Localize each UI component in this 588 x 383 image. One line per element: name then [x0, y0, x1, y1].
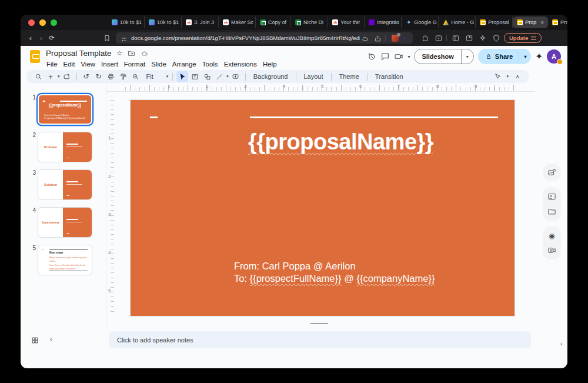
site-settings-icon[interactable] — [121, 35, 128, 42]
undo-button[interactable]: ↺ — [81, 71, 92, 82]
layout-button[interactable]: Layout — [300, 73, 328, 80]
camera-record-button[interactable] — [547, 246, 556, 255]
reload-button[interactable]: ⟳ — [46, 34, 57, 42]
ghost-extension-icon[interactable] — [421, 34, 429, 42]
browser-tab[interactable]: Integratio — [365, 16, 402, 28]
menu-insert[interactable]: Insert — [98, 59, 121, 69]
slideshow-dropdown[interactable]: ▾ — [462, 54, 473, 59]
menu-view[interactable]: View — [78, 59, 98, 69]
browser-tab[interactable]: ✦Google G — [402, 16, 439, 28]
panel-collapse-chevron[interactable]: ‹ — [560, 340, 563, 347]
select-tool-button[interactable] — [176, 71, 188, 82]
picture-in-picture-icon[interactable] — [435, 34, 443, 42]
zoom-button[interactable] — [130, 71, 142, 82]
menu-arrange[interactable]: Arrange — [169, 59, 199, 69]
slide-thumbnail-1[interactable]: {{proposalName}} From: Carl Poppa @ Aeri… — [38, 94, 92, 125]
new-slide-button[interactable]: + — [45, 71, 56, 82]
browser-tab[interactable]: 10k to $1 — [108, 16, 145, 28]
move-folder-icon[interactable] — [128, 49, 135, 57]
doc-status-icon[interactable] — [361, 34, 369, 42]
browser-tab[interactable]: sk3. Join 3 — [182, 16, 219, 28]
browser-tab[interactable]: Proposal — [548, 16, 567, 28]
print-button[interactable] — [105, 71, 117, 82]
slides-logo-icon[interactable] — [30, 50, 40, 63]
meet-camera-icon[interactable] — [394, 52, 403, 61]
insert-comment-button[interactable] — [230, 71, 242, 82]
gemini-sparkle-icon[interactable]: ✦ — [535, 51, 543, 62]
share-page-icon[interactable] — [374, 34, 382, 42]
slide-thumbnail-5[interactable]: Next steps All you need to do to get sta… — [38, 245, 92, 275]
menu-extensions[interactable]: Extensions — [221, 59, 260, 69]
star-icon[interactable]: ☆ — [117, 49, 123, 57]
comments-icon[interactable] — [380, 52, 390, 61]
browser-tab[interactable]: Proposal — [476, 16, 513, 28]
slideshow-button[interactable]: Slideshow ▾ — [414, 49, 473, 64]
sidebar-toggle-icon[interactable] — [452, 34, 460, 42]
chevron-down-icon[interactable]: ▾ — [407, 54, 410, 59]
transition-button[interactable]: Transition — [371, 73, 407, 80]
slideshow-label[interactable]: Slideshow — [415, 49, 461, 64]
line-tool-dropdown[interactable]: ▾ — [226, 74, 229, 79]
laser-pointer-icon[interactable] — [492, 71, 503, 82]
browser-tab-active[interactable]: Prop× — [513, 16, 548, 28]
update-button[interactable]: Update — [504, 33, 542, 43]
share-button[interactable]: Share ▾ — [478, 49, 532, 64]
browser-tab[interactable]: skYour thir — [328, 16, 365, 28]
speaker-notes[interactable]: Click to add speaker notes — [109, 331, 531, 348]
slide-thumbnail-4[interactable]: Investment — [38, 207, 92, 238]
paint-format-button[interactable] — [118, 71, 129, 82]
browser-tab[interactable]: skMaker Sc — [219, 16, 256, 28]
bookmark-icon[interactable] — [103, 34, 111, 42]
browser-tab[interactable]: 10k to $1 — [145, 16, 182, 28]
close-window-button[interactable] — [28, 19, 35, 26]
url-text[interactable]: docs.google.com/presentation/d/1gT-H8iVP… — [131, 35, 360, 41]
zoom-select[interactable]: Fit — [142, 73, 158, 80]
redo-button[interactable]: ↻ — [93, 71, 105, 82]
slide-thumbnail-2[interactable]: Problem — [38, 132, 92, 162]
shield-icon[interactable] — [492, 34, 500, 42]
background-button[interactable]: Background — [249, 73, 292, 80]
collapse-toolbar-icon[interactable]: ∧ — [512, 71, 523, 82]
shapes-button[interactable] — [201, 71, 213, 82]
text-box-button[interactable] — [189, 71, 201, 82]
extension-icon-2[interactable] — [401, 35, 408, 42]
menu-slide[interactable]: Slide — [148, 59, 169, 69]
slide-thumbnail-3[interactable]: Solution — [38, 169, 92, 200]
browser-tab[interactable]: Copy of — [256, 16, 291, 28]
menu-help[interactable]: Help — [260, 59, 280, 69]
version-history-icon[interactable] — [367, 52, 376, 61]
new-slide-dropdown[interactable]: ▾ — [58, 74, 60, 79]
forward-button[interactable]: › — [36, 34, 46, 42]
grid-view-icon[interactable] — [31, 336, 39, 344]
cloud-status-icon[interactable] — [141, 49, 148, 57]
close-tab-icon[interactable]: × — [540, 19, 544, 26]
theme-button[interactable]: Theme — [335, 73, 363, 80]
address-bar[interactable]: docs.google.com/presentation/d/1gT-H8iVP… — [116, 32, 413, 44]
slide-fromto-text[interactable]: From: Carl Poppa @ Aerilon To: {{prospec… — [234, 260, 435, 285]
avatar[interactable]: A — [547, 49, 561, 64]
menu-file[interactable]: File — [44, 59, 61, 69]
maximize-window-button[interactable] — [51, 19, 57, 26]
line-tool-button[interactable] — [213, 71, 225, 82]
search-menus-icon[interactable] — [32, 71, 44, 82]
menu-format[interactable]: Format — [121, 59, 148, 69]
filmstrip-scroll-dash[interactable] — [310, 323, 328, 324]
browser-tab[interactable]: Niche Di — [291, 16, 328, 28]
collapse-filmstrip-icon[interactable]: ‹ — [50, 335, 52, 342]
photo-library-button[interactable] — [547, 192, 556, 201]
back-button[interactable]: ‹ — [25, 34, 36, 42]
pointer-dropdown[interactable]: ▾ — [506, 74, 509, 79]
zoom-dropdown[interactable]: ▾ — [166, 74, 169, 79]
minimize-window-button[interactable] — [39, 19, 46, 26]
slide-title-text[interactable]: {{proposalName}} — [248, 129, 433, 155]
folder-button[interactable] — [547, 207, 556, 216]
export-image-button[interactable] — [547, 168, 556, 177]
tab-preview-icon[interactable] — [465, 34, 473, 42]
browser-tab[interactable]: Home - G — [439, 16, 476, 28]
menu-tools[interactable]: Tools — [199, 59, 221, 69]
document-title[interactable]: Proposal Template — [46, 49, 112, 58]
cursor-sparkle-icon[interactable] — [479, 34, 487, 42]
menu-edit[interactable]: Edit — [61, 59, 78, 69]
extension-icon-1[interactable] — [392, 35, 399, 42]
new-slide-layout-icon[interactable] — [61, 71, 73, 82]
